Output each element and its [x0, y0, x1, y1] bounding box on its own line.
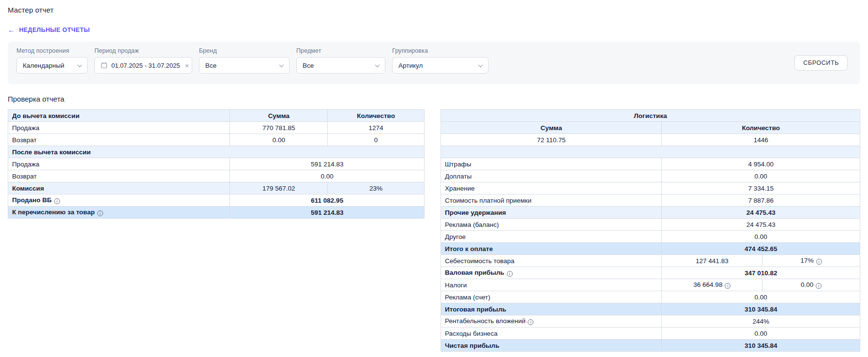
cell-text: 0.00 — [755, 173, 767, 180]
report-tables: До вычета комиссииСуммаКоличествоПродажа… — [8, 109, 860, 352]
value-cell: 0.00 — [662, 291, 860, 303]
value-cell: 127 441.83 — [662, 255, 762, 267]
before-commission-table: До вычета комиссииСуммаКоличествоПродажа… — [8, 109, 425, 219]
value-cell: Сумма — [230, 110, 328, 122]
row-label-cell: Штрафы — [441, 158, 662, 170]
row-label-cell: Возврат — [8, 134, 230, 146]
cell-text: 0.00 — [273, 136, 285, 144]
table-row: После вычета комиссии — [8, 146, 425, 158]
cell-text: Возврат — [12, 173, 37, 180]
cell-text: Сумма — [268, 112, 289, 119]
back-link[interactable]: ← НЕДЕЛЬНЫЕ ОТЧЕТЫ — [8, 26, 90, 33]
info-icon[interactable]: i — [816, 283, 822, 289]
row-label-cell: Продано ВБi — [8, 194, 230, 207]
cell-text: Себестоимость товара — [445, 257, 515, 265]
cell-text: 23% — [369, 185, 382, 192]
calendar-icon — [101, 62, 107, 69]
cell-text: Рентабельность вложений — [445, 317, 525, 325]
table-row: Доплаты0.00 — [441, 170, 860, 182]
cell-text: 611 082.95 — [311, 197, 343, 204]
subject-select[interactable]: Все — [296, 57, 385, 74]
cell-text: 7 334.15 — [748, 185, 774, 192]
cell-text: 0 — [374, 136, 378, 144]
cell-text: Продажа — [12, 161, 39, 168]
cell-text: Прочие удержания — [445, 209, 506, 216]
value-cell: 770 781.85 — [230, 122, 328, 134]
value-cell: 24 475.43 — [662, 207, 860, 219]
row-label-cell: Себестоимость товара — [441, 255, 662, 267]
cell-text: 0.00 — [755, 330, 767, 337]
value-cell: 0.00 — [662, 231, 860, 243]
info-icon[interactable]: i — [816, 259, 822, 265]
selected-value: Все — [205, 62, 275, 69]
cell-text: Количество — [742, 124, 780, 132]
cell-text: Другое — [445, 233, 466, 240]
table-row: Налоги36 664.98i0.00i — [441, 279, 860, 291]
table-row: Реклама (счет)0.00 — [441, 291, 860, 303]
cell-text: Логистика — [634, 112, 667, 119]
table-row: Хранение7 334.15 — [441, 182, 860, 194]
cell-text: 72 110.75 — [537, 136, 565, 144]
reset-button[interactable]: СБРОСИТЬ — [794, 55, 848, 71]
cell-text: Хранение — [445, 185, 475, 192]
cell-text: 36 664.98 — [693, 281, 722, 288]
cell-text: Штрафы — [445, 161, 471, 168]
cell-text: 1446 — [754, 136, 768, 144]
brand-select[interactable]: Все — [199, 57, 289, 74]
table-row: Возврат0.00 — [8, 170, 425, 182]
filter-grouping: Группировка Артикул — [392, 47, 488, 74]
info-icon[interactable]: i — [528, 319, 533, 325]
cell-text: 0.00 — [801, 281, 813, 288]
info-icon[interactable]: i — [725, 283, 731, 289]
table-row: Стоимость платной приемки7 887.86 — [441, 194, 860, 207]
value-cell: 347 010.82 — [662, 267, 860, 279]
value-cell: 0.00i — [762, 279, 860, 291]
cell-text: До вычета комиссии — [12, 112, 79, 119]
build-method-select[interactable]: Календарный — [16, 57, 88, 74]
close-icon[interactable]: × — [185, 62, 189, 69]
row-label-cell: До вычета комиссии — [8, 110, 230, 122]
selected-value: Артикул — [398, 62, 474, 69]
info-icon[interactable]: i — [97, 210, 103, 216]
sales-period-input[interactable]: 01.07.2025 - 31.07.2025 × — [94, 57, 192, 74]
value-cell: 0.00 — [230, 134, 328, 146]
row-label-cell: Доплаты — [441, 170, 662, 182]
row-label-cell: Стоимость платной приемки — [441, 194, 662, 207]
table-row: Расходы бизнеса0.00 — [441, 327, 860, 340]
filter-label: Период продаж — [94, 47, 192, 54]
cell-text: 127 441.83 — [696, 257, 729, 265]
cell-text: 244% — [752, 318, 769, 325]
grouping-select[interactable]: Артикул — [392, 57, 488, 74]
info-icon[interactable]: i — [507, 271, 513, 277]
info-icon[interactable]: i — [54, 198, 60, 204]
table-row: Себестоимость товара127 441.8317%i — [441, 255, 860, 267]
value-cell: 244% — [662, 315, 860, 327]
value-cell: 1446 — [662, 134, 860, 146]
value-cell: 0 — [328, 134, 425, 146]
cell-text: Комиссия — [12, 185, 44, 192]
value-cell: 0.00 — [662, 327, 860, 340]
cell-text: 17% — [801, 257, 814, 264]
row-label-cell: Чистая прибыль — [441, 340, 662, 352]
row-label-cell: Рентабельность вложенийi — [441, 315, 662, 327]
cell-text: 0.00 — [755, 294, 767, 301]
cell-text: 4 954.00 — [748, 161, 774, 168]
cell-text: 0.00 — [755, 233, 767, 240]
selected-value: Календарный — [23, 62, 73, 69]
table-row: К перечислению за товарi591 214.83 — [8, 207, 425, 219]
filter-sales-period: Период продаж 01.07.2025 - 31.07.2025 × — [94, 47, 192, 74]
cell-text: 24 475.43 — [746, 221, 776, 228]
chevron-down-icon — [478, 62, 483, 67]
back-link-label: НЕДЕЛЬНЫЕ ОТЧЕТЫ — [19, 27, 90, 33]
filter-brand: Бренд Все — [199, 47, 289, 74]
cell-text: Продано ВБ — [12, 196, 52, 204]
table-row — [441, 146, 860, 158]
cell-text: Возврат — [12, 136, 37, 144]
row-label-cell: Возврат — [8, 170, 230, 182]
value-cell: 179 567.02 — [230, 182, 328, 194]
table-row: Валовая прибыльi347 010.82 — [441, 267, 860, 279]
chevron-down-icon — [77, 62, 82, 67]
cell-text: 347 010.82 — [745, 269, 777, 277]
left-arrow-icon: ← — [8, 26, 15, 33]
cell-text: Итого к оплате — [445, 245, 493, 253]
